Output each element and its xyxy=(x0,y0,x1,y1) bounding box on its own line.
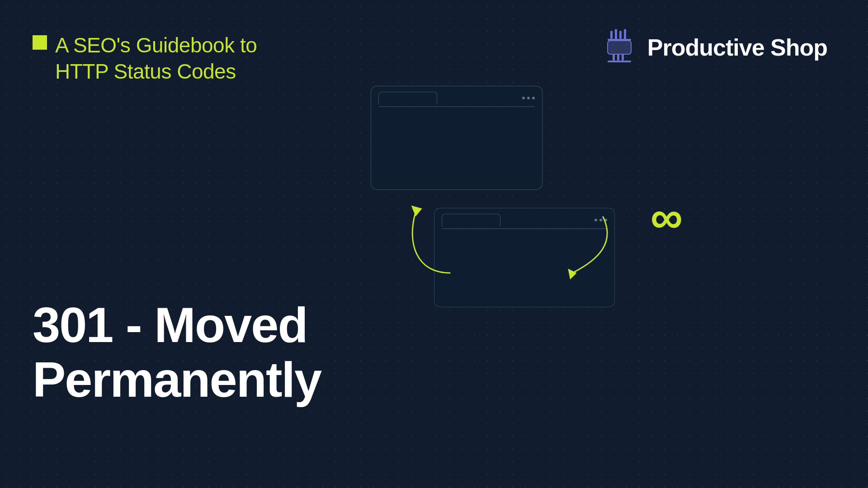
browser-illustration: ∞ xyxy=(371,86,678,321)
browser-bottom-dot-2 xyxy=(599,219,602,221)
main-heading-section: 301 - Moved Permanently xyxy=(33,297,321,407)
top-left-section: A SEO's Guidebook to HTTP Status Codes xyxy=(33,33,257,84)
logo-section: Productive Shop xyxy=(601,27,827,68)
browser-bottom-bar xyxy=(434,208,614,226)
svg-rect-5 xyxy=(608,41,631,54)
yellow-square-icon xyxy=(33,35,47,50)
infinity-icon: ∞ xyxy=(651,194,683,239)
browser-dot-3 xyxy=(532,97,535,99)
browser-bottom-dot-1 xyxy=(594,219,597,221)
browser-menu-dots xyxy=(522,97,535,99)
browser-bottom-dots xyxy=(594,219,607,221)
brand-logo-icon xyxy=(601,27,637,68)
svg-marker-12 xyxy=(411,206,422,216)
browser-tab xyxy=(378,92,437,104)
browser-window-bottom xyxy=(434,208,615,307)
svg-rect-10 xyxy=(608,61,631,62)
svg-rect-9 xyxy=(622,54,624,61)
guidebook-title: A SEO's Guidebook to HTTP Status Codes xyxy=(55,33,257,84)
browser-top-bar xyxy=(371,86,542,104)
svg-rect-2 xyxy=(619,31,622,39)
browser-window-top xyxy=(371,86,542,190)
brand-name: Productive Shop xyxy=(647,34,827,61)
browser-bottom-dot-3 xyxy=(604,219,607,221)
svg-rect-0 xyxy=(610,31,613,39)
browser-dot-2 xyxy=(527,97,530,99)
browser-address-bar xyxy=(378,106,535,107)
svg-rect-8 xyxy=(617,54,619,61)
browser-dot-1 xyxy=(522,97,525,99)
browser-bottom-address-bar xyxy=(442,228,607,229)
svg-rect-7 xyxy=(613,54,615,61)
browser-bottom-tab xyxy=(442,214,500,226)
tag-row: A SEO's Guidebook to HTTP Status Codes xyxy=(33,33,257,84)
main-heading-text: 301 - Moved Permanently xyxy=(33,297,321,407)
